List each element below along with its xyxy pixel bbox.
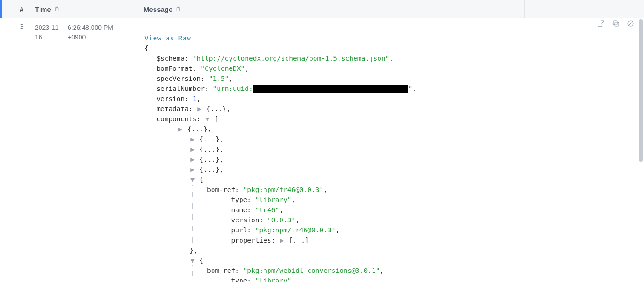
row-index: 3: [20, 23, 24, 30]
json-key: specVersion:: [156, 75, 205, 82]
json-key: version:: [231, 216, 263, 224]
json-key: properties:: [231, 237, 275, 244]
comma: ,: [219, 135, 224, 143]
json-key: type:: [231, 277, 251, 282]
expand-icon[interactable]: ▶: [197, 104, 202, 114]
json-key: version:: [156, 95, 189, 102]
header-accent: [0, 0, 6, 18]
json-string: "library": [255, 196, 292, 203]
collapsed-object[interactable]: {...}: [206, 105, 226, 113]
clipboard-icon: [175, 6, 181, 12]
json-string: "library": [255, 277, 292, 282]
redacted-value: [253, 85, 408, 93]
comma: ,: [390, 55, 394, 62]
collapsed-object[interactable]: {...}: [199, 135, 219, 143]
inspect-icon[interactable]: [597, 19, 605, 29]
header-num-label: #: [20, 6, 23, 13]
expand-icon[interactable]: ▶: [190, 144, 196, 154]
expand-icon[interactable]: ▶: [279, 235, 285, 245]
block-icon[interactable]: [627, 19, 635, 29]
json-string: "pkg:npm/tr46@0.0.3": [243, 186, 324, 193]
json-key: serialNumber:: [156, 85, 209, 92]
header-message-label: Message: [144, 6, 172, 13]
json-string: "urn:uuid:: [213, 85, 253, 92]
comma: ,: [226, 105, 230, 113]
time-date: 2023-11-16: [35, 23, 68, 42]
time-clock: 6:26:48.000 PM +0900: [68, 23, 132, 42]
json-key: bomFormat:: [156, 65, 196, 72]
view-as-raw-link[interactable]: View as Raw: [144, 34, 191, 42]
table-header: # Time Message: [0, 0, 644, 18]
json-string: "0.0.3": [267, 216, 295, 224]
header-time-label: Time: [35, 6, 51, 13]
json-key: name:: [231, 206, 251, 214]
comma: ,: [291, 196, 295, 203]
json-key: bom-ref:: [207, 186, 239, 193]
json-key: $schema:: [156, 55, 189, 62]
collapse-icon[interactable]: ▼: [190, 255, 196, 265]
json-number: 1: [193, 95, 197, 102]
json-key: components:: [156, 115, 201, 123]
json-key: type:: [231, 196, 251, 203]
bracket-open: [: [214, 115, 218, 123]
column-header-time[interactable]: Time: [29, 0, 138, 18]
expand-icon[interactable]: ▶: [190, 134, 196, 144]
collapsed-object[interactable]: {...}: [199, 166, 219, 173]
column-header-spacer: [524, 0, 644, 18]
comma: ,: [197, 95, 201, 102]
comma: ,: [380, 267, 384, 274]
cell-time: 2023-11-16 6:26:48.000 PM +0900: [29, 18, 138, 42]
json-string: "1.5": [209, 75, 229, 82]
json-string: "tr46": [255, 206, 279, 214]
scrollbar-thumb[interactable]: [639, 19, 643, 162]
column-header-index[interactable]: #: [6, 0, 29, 18]
expand-icon[interactable]: ▶: [178, 124, 183, 134]
comma: ,: [291, 277, 295, 282]
cell-index: 3: [6, 18, 29, 30]
brace-open: {: [144, 45, 149, 52]
comma: ,: [323, 186, 328, 193]
cell-message: View as Raw { $schema: "http://cyclonedx…: [138, 18, 524, 282]
collapse-icon[interactable]: ▼: [205, 114, 210, 124]
json-block: View as Raw { $schema: "http://cyclonedx…: [144, 23, 416, 282]
brace-open: {: [199, 257, 203, 264]
brace-close: },: [190, 247, 198, 254]
collapsed-array[interactable]: [...]: [289, 237, 309, 244]
collapsed-object[interactable]: {...}: [199, 146, 219, 153]
table-row: 3 2023-11-16 6:26:48.000 PM +0900 View a…: [0, 18, 644, 282]
comma: ,: [219, 166, 224, 173]
clipboard-icon: [54, 6, 60, 12]
row-action-toolbar: [594, 18, 638, 30]
json-key: bom-ref:: [207, 267, 239, 274]
json-string: "pkg:npm/tr46@0.0.3": [255, 226, 336, 234]
comma: ,: [245, 65, 249, 72]
brace-open: {: [199, 176, 203, 183]
column-header-message[interactable]: Message: [138, 0, 524, 18]
comma: ,: [219, 156, 224, 163]
expand-icon[interactable]: ▶: [190, 154, 196, 164]
collapsed-object[interactable]: {...}: [187, 125, 207, 133]
comma: ,: [412, 85, 416, 92]
svg-line-8: [629, 22, 633, 26]
svg-rect-5: [615, 22, 619, 26]
comma: ,: [335, 226, 339, 234]
comma: ,: [219, 146, 224, 153]
comma: ,: [295, 216, 299, 224]
comma: ,: [207, 125, 212, 133]
collapse-icon[interactable]: ▼: [190, 175, 196, 185]
comma: ,: [229, 75, 233, 82]
json-string: "pkg:npm/webidl-conversions@3.0.1": [243, 267, 380, 274]
comma: ,: [279, 206, 283, 214]
svg-rect-6: [613, 21, 617, 25]
json-key: purl:: [231, 226, 251, 234]
json-string: "http://cyclonedx.org/schema/bom-1.5.sch…: [193, 55, 390, 62]
expand-icon[interactable]: ▶: [190, 164, 196, 175]
copy-icon[interactable]: [612, 19, 620, 29]
json-string: "CycloneDX": [201, 65, 245, 72]
log-table: # Time Message 3 2023-11-16 6:26:48.000 …: [0, 0, 644, 282]
json-key: metadata:: [156, 105, 193, 113]
collapsed-object[interactable]: {...}: [199, 156, 219, 163]
